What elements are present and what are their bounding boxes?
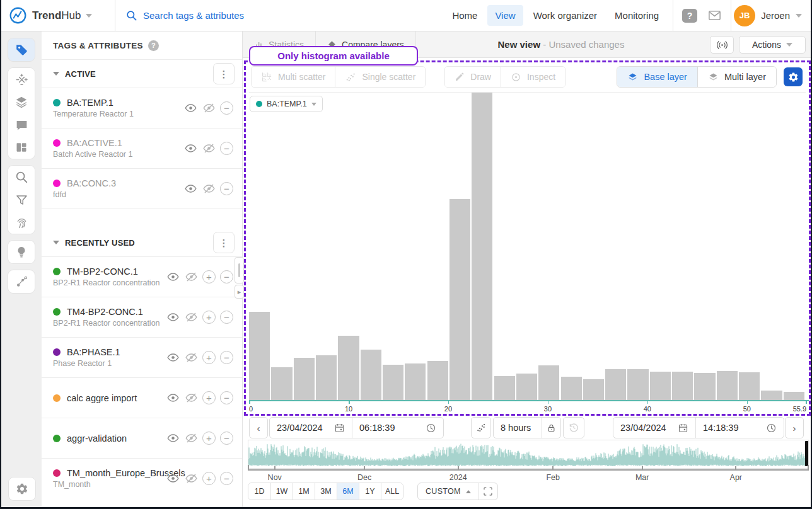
- visibility-on-eye-icon[interactable]: [183, 101, 197, 115]
- remove-tag-button[interactable]: −: [220, 270, 233, 283]
- tag-item[interactable]: BA:ACTIVE.1 Batch Active Reactor 1 + −: [42, 128, 242, 168]
- histogram-bar[interactable]: [450, 199, 470, 400]
- nav-item[interactable]: Monitoring: [607, 5, 666, 26]
- next-range-button[interactable]: ›: [785, 417, 804, 438]
- histogram-bar[interactable]: [672, 372, 693, 400]
- visibility-on-eye-icon[interactable]: [166, 472, 180, 486]
- histogram-bar[interactable]: [516, 374, 537, 400]
- histogram-bar[interactable]: [694, 373, 715, 400]
- histogram-bar[interactable]: [427, 361, 448, 400]
- add-tag-button[interactable]: +: [202, 351, 216, 364]
- scatter-icon[interactable]: [8, 270, 35, 293]
- histogram-bar[interactable]: [383, 365, 403, 400]
- actions-button[interactable]: Actions: [739, 36, 806, 54]
- timeline-preview[interactable]: [248, 440, 809, 469]
- start-time-field[interactable]: 06:18:39: [352, 417, 443, 438]
- histogram-bar[interactable]: [405, 363, 426, 400]
- panel-collapse-button[interactable]: ▸: [235, 285, 244, 299]
- zoom-preset-button[interactable]: 1D: [248, 483, 270, 500]
- histogram-bar[interactable]: [717, 371, 738, 400]
- nav-item[interactable]: Work organizer: [526, 5, 605, 26]
- visibility-on-eye-icon[interactable]: [183, 182, 197, 196]
- visibility-off-eye-icon[interactable]: [202, 182, 216, 196]
- histogram-bar[interactable]: [316, 355, 337, 400]
- histogram-bar[interactable]: [605, 369, 626, 400]
- filter-icon[interactable]: [8, 188, 35, 211]
- fingerprint-icon[interactable]: [8, 211, 35, 234]
- end-time-field[interactable]: 14:18:39: [695, 417, 784, 438]
- series-legend-chip[interactable]: BA:TEMP.1: [250, 96, 323, 112]
- remove-tag-button[interactable]: −: [220, 142, 233, 155]
- tag-item[interactable]: BA:TEMP.1 Temperature Reactor 1 + −: [42, 88, 242, 128]
- tag-item[interactable]: BA:PHASE.1 Phase Reactor 1 + −: [42, 337, 242, 377]
- histogram-bar[interactable]: [472, 93, 492, 400]
- remove-tag-button[interactable]: −: [220, 182, 233, 195]
- histogram-bar[interactable]: [361, 350, 381, 400]
- visibility-off-eye-icon[interactable]: [202, 142, 216, 156]
- brand-chevron-down-icon[interactable]: [86, 14, 92, 18]
- histogram-bar[interactable]: [561, 377, 582, 400]
- multi-layer-button[interactable]: Multi layer: [697, 67, 776, 87]
- visibility-off-eye-icon[interactable]: [184, 270, 198, 284]
- tag-icon[interactable]: [8, 38, 35, 61]
- histogram-bar[interactable]: [494, 376, 515, 400]
- dashboard-icon[interactable]: [8, 136, 35, 159]
- visibility-on-eye-icon[interactable]: [166, 311, 180, 324]
- user-menu[interactable]: JB Jeroen: [731, 0, 811, 31]
- zoom-preset-button[interactable]: 1Y: [359, 483, 381, 500]
- tag-item[interactable]: BA:CONC.3 fdfd + −: [42, 168, 242, 209]
- visibility-off-eye-icon[interactable]: [184, 351, 198, 365]
- remove-tag-button[interactable]: −: [220, 101, 233, 115]
- add-tag-button[interactable]: +: [202, 391, 216, 404]
- zoom-preset-button[interactable]: 1W: [270, 483, 293, 500]
- histogram-bar[interactable]: [761, 391, 782, 400]
- zoom-preset-button[interactable]: 1M: [293, 483, 315, 500]
- zoom-preset-button[interactable]: 3M: [315, 483, 337, 500]
- nav-item[interactable]: View: [487, 5, 523, 26]
- visibility-off-eye-icon[interactable]: [202, 101, 216, 115]
- search-icon[interactable]: [8, 166, 35, 188]
- panel-resize-handle[interactable]: [235, 257, 244, 283]
- histogram-bar[interactable]: [784, 392, 804, 400]
- brand[interactable]: TrendHub: [1, 6, 115, 25]
- histogram-bar[interactable]: [650, 372, 671, 400]
- remove-tag-button[interactable]: −: [220, 391, 233, 404]
- add-tag-button[interactable]: +: [202, 311, 216, 324]
- section-menu-button[interactable]: ⋮: [213, 63, 235, 84]
- settings-gear-icon[interactable]: [9, 478, 35, 500]
- timeline-brush-handle[interactable]: [805, 441, 808, 466]
- lock-duration-button[interactable]: [542, 417, 560, 438]
- section-menu-button[interactable]: ⋮: [213, 232, 235, 253]
- visibility-on-eye-icon[interactable]: [166, 351, 180, 365]
- tag-item[interactable]: TM-BP2-CONC.1 BP2-R1 Reactor concentrati…: [42, 256, 242, 297]
- visibility-on-eye-icon[interactable]: [183, 142, 197, 156]
- scatter-link-button[interactable]: [471, 417, 491, 438]
- calculator-icon[interactable]: [8, 68, 35, 91]
- visibility-off-eye-icon[interactable]: [184, 311, 198, 324]
- visibility-off-eye-icon[interactable]: [184, 391, 198, 405]
- search-input[interactable]: [143, 10, 294, 21]
- visibility-off-eye-icon[interactable]: [184, 432, 198, 445]
- histogram-bar[interactable]: [739, 372, 760, 400]
- histogram-bar[interactable]: [583, 379, 604, 400]
- histogram-bar[interactable]: [627, 369, 648, 400]
- inspect-button[interactable]: Inspect: [501, 67, 565, 87]
- remove-tag-button[interactable]: −: [220, 351, 233, 364]
- single-scatter-button[interactable]: Single scatter: [335, 67, 425, 87]
- section-collapse-icon[interactable]: [53, 241, 59, 244]
- histogram-bar[interactable]: [271, 367, 292, 400]
- tag-item[interactable]: TM_month_Europe_Brussels TM_month + −: [42, 458, 242, 498]
- base-layer-button[interactable]: Base layer: [617, 67, 697, 87]
- visibility-on-eye-icon[interactable]: [166, 391, 180, 405]
- remove-tag-button[interactable]: −: [220, 472, 233, 485]
- live-broadcast-button[interactable]: [710, 36, 734, 54]
- histogram-bar[interactable]: [294, 358, 315, 400]
- custom-range-button[interactable]: CUSTOM: [418, 487, 478, 496]
- visibility-on-eye-icon[interactable]: [166, 270, 180, 284]
- history-button[interactable]: [563, 417, 584, 438]
- visibility-on-eye-icon[interactable]: [166, 432, 180, 445]
- draw-button[interactable]: Draw: [445, 67, 501, 87]
- start-date-field[interactable]: 23/04/2024: [270, 417, 352, 438]
- histogram-bar[interactable]: [249, 312, 270, 400]
- add-tag-button[interactable]: +: [202, 472, 216, 485]
